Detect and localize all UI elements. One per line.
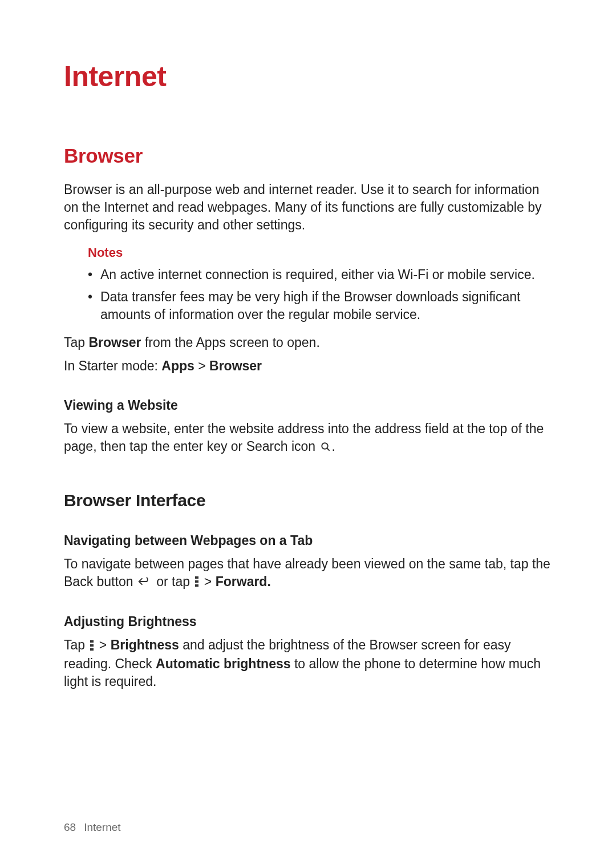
note-item: Data transfer fees may be very high if t…	[100, 288, 552, 324]
bold-apps: Apps	[161, 358, 194, 373]
svg-rect-3	[195, 580, 198, 583]
chapter-title: Internet	[64, 60, 552, 93]
text: >	[95, 637, 110, 652]
text: .	[332, 439, 335, 454]
search-icon	[321, 439, 331, 457]
browser-intro: Browser is an all-purpose web and intern…	[64, 181, 552, 234]
text: from the Apps screen to open.	[141, 335, 320, 350]
tap-browser-text: Tap Browser from the Apps screen to open…	[64, 334, 552, 352]
nav-text: To navigate between pages that have alre…	[64, 555, 552, 591]
viewing-text: To view a website, enter the website add…	[64, 420, 552, 456]
viewing-heading: Viewing a Website	[64, 398, 552, 413]
bold-brightness: Brightness	[111, 637, 179, 652]
svg-rect-7	[90, 648, 94, 651]
menu-icon	[194, 574, 199, 591]
text: In Starter mode:	[64, 358, 161, 373]
back-icon	[138, 574, 152, 591]
page-number: 68	[64, 821, 76, 833]
svg-line-1	[327, 448, 330, 451]
svg-rect-4	[195, 584, 198, 587]
text: >	[194, 358, 209, 373]
text: To navigate between pages that have alre…	[64, 556, 550, 589]
text: or tap	[153, 574, 194, 589]
nav-heading: Navigating between Webpages on a Tab	[64, 533, 552, 548]
starter-mode-text: In Starter mode: Apps > Browser	[64, 357, 552, 375]
bold-auto-brightness: Automatic brightness	[156, 656, 290, 671]
notes-heading: Notes	[88, 245, 552, 260]
svg-rect-2	[195, 576, 198, 579]
svg-rect-6	[90, 644, 94, 647]
note-item: An active internet connection is require…	[100, 266, 552, 284]
bold-browser: Browser	[209, 358, 262, 373]
footer-section: Internet	[84, 821, 120, 833]
text: >	[200, 574, 215, 589]
notes-block: Notes An active internet connection is r…	[88, 245, 552, 324]
svg-rect-5	[90, 640, 94, 643]
text: Tap	[64, 637, 88, 652]
brightness-heading: Adjusting Brightness	[64, 614, 552, 629]
section-title-browser: Browser	[64, 144, 552, 167]
bold-forward: Forward.	[216, 574, 271, 589]
brightness-text: Tap > Brightness and adjust the brightne…	[64, 636, 552, 691]
text: To view a website, enter the website add…	[64, 421, 544, 454]
page-footer: 68Internet	[64, 821, 121, 834]
menu-icon	[90, 637, 94, 655]
bold-browser: Browser	[88, 335, 141, 350]
section-title-interface: Browser Interface	[64, 491, 552, 510]
text: Tap	[64, 335, 88, 350]
svg-point-0	[322, 443, 328, 449]
